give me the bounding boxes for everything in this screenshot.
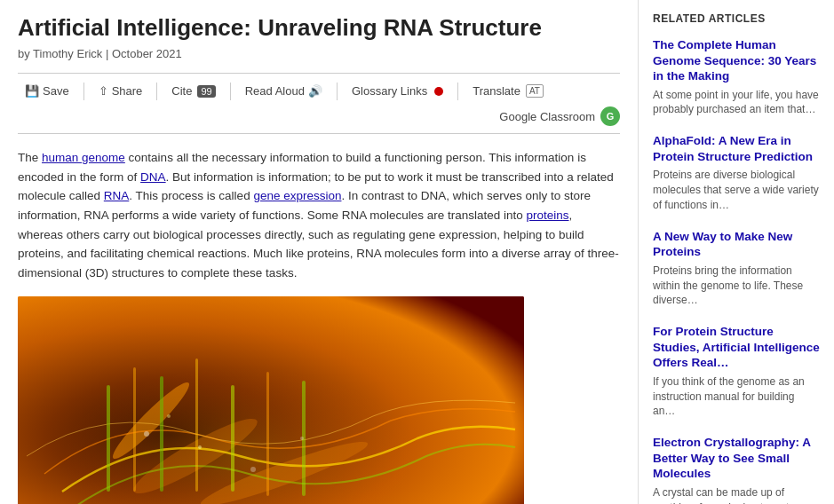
article-paragraph: The human genome contains all the necess…	[18, 148, 620, 282]
share-icon: ⇧	[99, 84, 108, 98]
related-article-title-5[interactable]: Electron Crystallography: A Better Way t…	[653, 435, 820, 482]
link-proteins[interactable]: proteins	[527, 209, 569, 222]
svg-point-15	[167, 414, 171, 418]
related-article-title-2[interactable]: AlphaFold: A New Era in Protein Structur…	[653, 133, 820, 164]
glossary-links-button[interactable]: Glossary Links	[345, 81, 450, 101]
link-dna[interactable]: DNA	[140, 170, 166, 184]
related-article-snippet-1: At some point in your life, you have pro…	[653, 88, 820, 118]
svg-point-12	[144, 431, 149, 437]
related-articles-heading: RELATED ARTICLES	[653, 12, 820, 25]
svg-point-13	[198, 445, 202, 449]
toolbar-divider-2	[156, 83, 157, 100]
translate-label: Translate	[473, 84, 520, 98]
cite-button[interactable]: Cite 99	[164, 81, 222, 101]
sidebar: RELATED ARTICLES The Complete Human Geno…	[639, 0, 834, 504]
related-article-snippet-5: A crystal can be made up of anything: fr…	[653, 485, 820, 504]
glossary-dot-icon	[434, 87, 443, 96]
related-article-2[interactable]: AlphaFold: A New Era in Protein Structur…	[653, 133, 820, 212]
glossary-label: Glossary Links	[352, 84, 427, 98]
save-button[interactable]: 💾 Save	[18, 81, 76, 101]
google-classroom-button[interactable]: Google Classroom G	[499, 106, 620, 126]
share-label: Share	[112, 84, 143, 98]
read-aloud-button[interactable]: Read Aloud 🔊	[238, 81, 330, 101]
main-content: Artificial Intelligence: Unraveling RNA …	[0, 0, 834, 504]
rna-image-svg	[18, 296, 524, 504]
related-article-snippet-2: Proteins are diverse biological molecule…	[653, 168, 820, 212]
google-classroom-icon: G	[600, 106, 620, 126]
related-article-snippet-4: If you think of the genome as an instruc…	[653, 374, 820, 419]
article-title: Artificial Intelligence: Unraveling RNA …	[18, 14, 620, 42]
save-label: Save	[43, 84, 69, 98]
related-article-snippet-3: Proteins bring the information within th…	[653, 264, 820, 308]
toolbar-divider-1	[83, 83, 84, 100]
cite-count-badge: 99	[197, 85, 215, 98]
toolbar-divider-4	[337, 83, 338, 100]
google-classroom-label: Google Classroom	[499, 110, 595, 123]
page-wrapper: Artificial Intelligence: Unraveling RNA …	[0, 0, 834, 504]
related-article-title-3[interactable]: A New Way to Make New Proteins	[653, 229, 820, 260]
link-human-genome[interactable]: human genome	[42, 151, 125, 164]
article-section: Artificial Intelligence: Unraveling RNA …	[0, 0, 639, 504]
svg-point-14	[250, 467, 256, 472]
related-article-4[interactable]: For Protein Structure Studies, Artificia…	[653, 324, 820, 419]
related-article-title-4[interactable]: For Protein Structure Studies, Artificia…	[653, 324, 820, 371]
translate-button[interactable]: Translate AT	[465, 81, 551, 101]
toolbar: 💾 Save ⇧ Share Cite 99	[18, 73, 620, 134]
read-aloud-label: Read Aloud	[245, 84, 305, 98]
toolbar-divider-3	[230, 83, 231, 100]
related-article-title-1[interactable]: The Complete Human Genome Sequence: 30 Y…	[653, 37, 820, 84]
share-button[interactable]: ⇧ Share	[91, 81, 150, 101]
article-byline: by Timothy Erick | October 2021	[18, 47, 620, 60]
speaker-icon: 🔊	[308, 84, 322, 98]
toolbar-divider-5	[457, 83, 458, 100]
related-article-5[interactable]: Electron Crystallography: A Better Way t…	[653, 435, 820, 504]
svg-point-16	[300, 437, 304, 440]
link-rna[interactable]: RNA	[104, 189, 130, 202]
article-body: The human genome contains all the necess…	[18, 148, 620, 282]
save-icon: 💾	[25, 84, 39, 98]
translate-badge: AT	[526, 84, 544, 98]
article-image	[18, 296, 524, 504]
link-gene-expression[interactable]: gene expression	[253, 189, 341, 202]
cite-label: Cite	[171, 84, 192, 98]
related-article-3[interactable]: A New Way to Make New Proteins Proteins …	[653, 229, 820, 308]
related-article-1[interactable]: The Complete Human Genome Sequence: 30 Y…	[653, 37, 820, 117]
